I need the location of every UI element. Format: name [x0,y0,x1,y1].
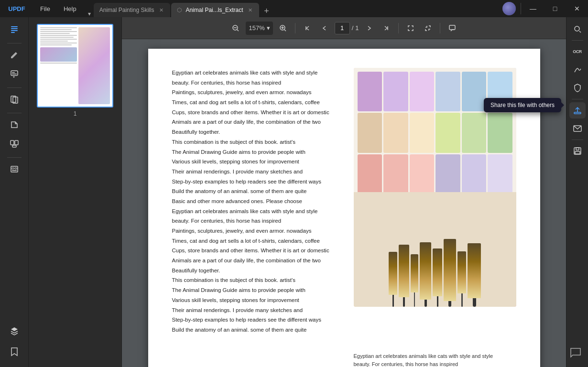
paint-swatch [462,154,487,194]
svg-rect-24 [575,151,580,154]
search-icon-btn[interactable] [569,21,586,37]
thumbnail-page-1[interactable]: 1 [35,22,115,119]
tab-animal-painting-skills[interactable]: Animal Painting Skills ✕ [94,3,171,17]
pdf-text-line: Various skill levels, stepping stones fo… [172,295,339,305]
app-logo-text: UPDF [8,5,25,12]
reader-mode-icon[interactable] [6,21,23,38]
svg-rect-1 [11,28,18,29]
paint-swatch [410,113,435,152]
form-icon[interactable] [6,161,23,178]
comment-bubble-icon[interactable] [570,346,581,360]
tab-close-2[interactable]: ✕ [247,7,253,13]
nav-last-btn[interactable] [379,21,393,35]
pdf-bottom-text: Egyptian art celebrates animals like cat… [354,352,526,367]
svg-rect-9 [11,140,14,145]
comment-view-btn[interactable] [445,21,459,35]
paint-swatch [383,113,408,152]
thumbnail-page-num-1: 1 [74,110,77,117]
extract-pages-icon[interactable] [6,116,23,133]
paint-swatch [462,72,487,111]
menu-bar: File Help [33,0,83,17]
pdf-text-line: Step-by-step examples to help readers se… [172,315,339,325]
right-divider-2 [572,99,583,99]
zoom-dropdown-arrow: ▾ [267,24,270,32]
pdf-text-line: Beautifully together. [172,127,339,137]
svg-rect-13 [12,168,14,169]
pdf-text-line: Times, cat and dog art sells a lot of t-… [172,97,339,108]
zoom-level-text: 157% [249,24,264,32]
nav-first-btn[interactable] [300,21,315,35]
tab-extract[interactable]: ⬡ Animal Pai...ls_Extract ✕ [171,3,259,17]
save-icon-btn[interactable] [569,143,586,159]
nav-prev-btn[interactable] [317,21,332,35]
protect-icon-btn[interactable] [569,80,586,96]
paint-swatch [383,154,408,194]
ocr-icon-btn[interactable]: OCR [569,43,586,60]
svg-rect-20 [574,112,581,114]
pdf-scroll-area[interactable]: Egyptian art celebrates animals like cat… [122,39,566,367]
svg-point-19 [575,26,579,31]
signature-icon-btn[interactable] [569,62,586,78]
highlight-icon[interactable] [6,46,23,64]
right-sidebar: OCR [566,17,588,367]
app-logo[interactable]: UPDF [0,0,33,17]
paint-swatch [462,113,487,152]
pages-icon[interactable] [6,91,23,108]
sidebar-divider-3 [7,113,22,113]
pdf-text-line: Their animal renderings. I provide many … [172,305,339,315]
nav-next-btn[interactable] [362,21,376,35]
title-bar: UPDF File Help ▾ Animal Painting Skills … [0,0,588,17]
zoom-out-btn[interactable] [229,21,243,35]
layers-icon[interactable] [6,322,23,339]
paint-swatch [436,113,460,152]
tabs-area: ▾ Animal Painting Skills ✕ ⬡ Animal Pai.… [85,0,499,17]
tab-dropdown-btn[interactable]: ▾ [85,11,94,17]
sidebar-divider-1 [7,43,22,43]
minimize-btn[interactable]: — [522,0,544,17]
maximize-btn[interactable]: □ [544,0,566,17]
paint-swatch [358,113,382,152]
help-menu[interactable]: Help [57,0,83,17]
close-btn[interactable]: ✕ [566,0,588,17]
main-layout: 1 157% ▾ / 1 [0,17,588,367]
svg-rect-15 [12,170,17,171]
toolbar-sep-2 [398,23,399,33]
pdf-text-line: Step-by-step examples to help readers se… [172,177,339,187]
sidebar-divider-2 [7,87,22,88]
new-tab-btn[interactable]: + [260,5,272,17]
bookmark-icon[interactable] [6,343,23,360]
paint-swatch [410,72,435,111]
tab-close-1[interactable]: ✕ [158,7,164,13]
user-avatar[interactable] [502,2,516,15]
svg-rect-0 [11,26,18,27]
pdf-text-line: Various skill levels, stepping stones fo… [172,157,339,167]
tooltip-text: Share this file with others [490,102,555,108]
annotate-icon[interactable] [6,65,23,83]
paint-swatch [358,154,382,194]
share-icon-btn[interactable] [569,102,586,119]
fit-width-btn[interactable] [403,21,418,35]
pdf-bottom-line: beauty. For centuries, this horse has in… [354,360,526,367]
zoom-in-btn[interactable] [276,21,290,35]
pdf-text-column: Egyptian art celebrates animals like cat… [172,68,339,364]
tab-label-1: Animal Painting Skills [99,7,154,13]
zoom-level-display[interactable]: 157% ▾ [246,22,272,35]
file-menu[interactable]: File [33,0,57,17]
pdf-text-line: Basic and other more advanced ones. Plea… [172,196,339,206]
pdf-text-line: Animals are a part of our daily life, th… [172,117,339,127]
pdf-text-line: Paintings, sculptures, jewelry, and even… [172,87,339,97]
page-indicator: / 1 [335,22,359,34]
thumbnail-panel: 1 [29,17,122,367]
combine-icon[interactable] [6,135,23,152]
email-icon-btn[interactable] [569,120,586,137]
paint-swatch [488,113,512,152]
pdf-text-line: Times, cat and dog art sells a lot of t-… [172,236,339,246]
share-tooltip: Share this file with others [484,98,561,112]
toolbar-sep-3 [440,23,440,33]
pdf-image-column [354,68,516,364]
paint-swatch [436,72,460,111]
fit-height-btn[interactable] [421,21,435,35]
page-sep: / [352,24,354,32]
page-number-input[interactable] [335,22,350,34]
svg-rect-10 [15,140,18,145]
